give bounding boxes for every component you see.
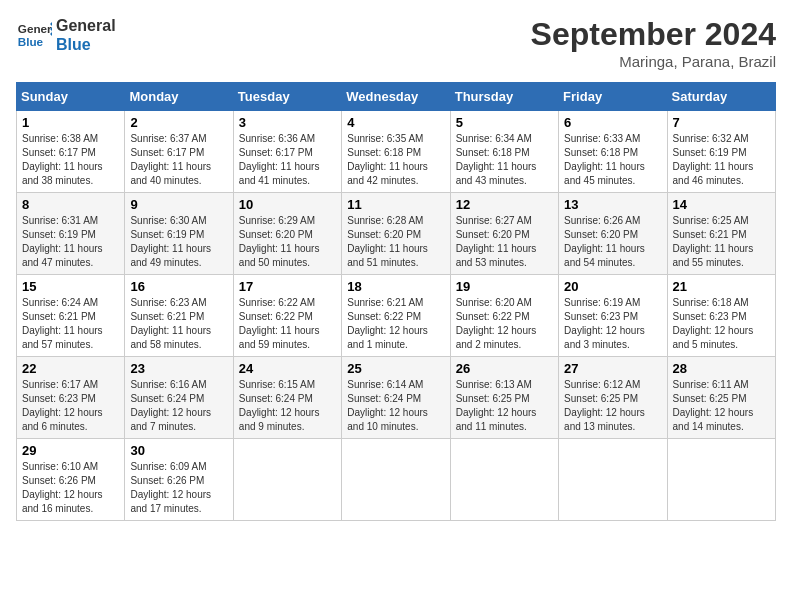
calendar-week-row: 8Sunrise: 6:31 AM Sunset: 6:19 PM Daylig… — [17, 193, 776, 275]
day-number: 18 — [347, 279, 444, 294]
day-info: Sunrise: 6:13 AM Sunset: 6:25 PM Dayligh… — [456, 378, 553, 434]
weekday-header: Monday — [125, 83, 233, 111]
svg-text:General: General — [18, 22, 52, 35]
logo: General Blue General Blue — [16, 16, 116, 54]
day-number: 27 — [564, 361, 661, 376]
day-info: Sunrise: 6:38 AM Sunset: 6:17 PM Dayligh… — [22, 132, 119, 188]
calendar-day-cell: 30Sunrise: 6:09 AM Sunset: 6:26 PM Dayli… — [125, 439, 233, 521]
day-number: 25 — [347, 361, 444, 376]
calendar-day-cell: 22Sunrise: 6:17 AM Sunset: 6:23 PM Dayli… — [17, 357, 125, 439]
calendar-header-row: SundayMondayTuesdayWednesdayThursdayFrid… — [17, 83, 776, 111]
day-info: Sunrise: 6:22 AM Sunset: 6:22 PM Dayligh… — [239, 296, 336, 352]
calendar-day-cell: 15Sunrise: 6:24 AM Sunset: 6:21 PM Dayli… — [17, 275, 125, 357]
calendar-day-cell: 20Sunrise: 6:19 AM Sunset: 6:23 PM Dayli… — [559, 275, 667, 357]
day-number: 6 — [564, 115, 661, 130]
day-info: Sunrise: 6:09 AM Sunset: 6:26 PM Dayligh… — [130, 460, 227, 516]
day-info: Sunrise: 6:30 AM Sunset: 6:19 PM Dayligh… — [130, 214, 227, 270]
month-title: September 2024 — [531, 16, 776, 53]
calendar-day-cell — [450, 439, 558, 521]
day-number: 26 — [456, 361, 553, 376]
title-block: September 2024 Maringa, Parana, Brazil — [531, 16, 776, 70]
weekday-header: Saturday — [667, 83, 775, 111]
day-number: 23 — [130, 361, 227, 376]
calendar-day-cell: 17Sunrise: 6:22 AM Sunset: 6:22 PM Dayli… — [233, 275, 341, 357]
day-number: 14 — [673, 197, 770, 212]
day-number: 20 — [564, 279, 661, 294]
day-number: 10 — [239, 197, 336, 212]
calendar-day-cell: 4Sunrise: 6:35 AM Sunset: 6:18 PM Daylig… — [342, 111, 450, 193]
calendar-day-cell: 28Sunrise: 6:11 AM Sunset: 6:25 PM Dayli… — [667, 357, 775, 439]
day-info: Sunrise: 6:17 AM Sunset: 6:23 PM Dayligh… — [22, 378, 119, 434]
calendar-day-cell: 6Sunrise: 6:33 AM Sunset: 6:18 PM Daylig… — [559, 111, 667, 193]
day-number: 1 — [22, 115, 119, 130]
day-info: Sunrise: 6:12 AM Sunset: 6:25 PM Dayligh… — [564, 378, 661, 434]
day-number: 28 — [673, 361, 770, 376]
day-info: Sunrise: 6:21 AM Sunset: 6:22 PM Dayligh… — [347, 296, 444, 352]
day-info: Sunrise: 6:37 AM Sunset: 6:17 PM Dayligh… — [130, 132, 227, 188]
day-number: 21 — [673, 279, 770, 294]
calendar-day-cell: 5Sunrise: 6:34 AM Sunset: 6:18 PM Daylig… — [450, 111, 558, 193]
day-info: Sunrise: 6:20 AM Sunset: 6:22 PM Dayligh… — [456, 296, 553, 352]
calendar-day-cell: 9Sunrise: 6:30 AM Sunset: 6:19 PM Daylig… — [125, 193, 233, 275]
day-info: Sunrise: 6:34 AM Sunset: 6:18 PM Dayligh… — [456, 132, 553, 188]
calendar-day-cell: 23Sunrise: 6:16 AM Sunset: 6:24 PM Dayli… — [125, 357, 233, 439]
day-number: 4 — [347, 115, 444, 130]
day-number: 3 — [239, 115, 336, 130]
calendar-week-row: 1Sunrise: 6:38 AM Sunset: 6:17 PM Daylig… — [17, 111, 776, 193]
calendar-day-cell: 24Sunrise: 6:15 AM Sunset: 6:24 PM Dayli… — [233, 357, 341, 439]
calendar-day-cell: 12Sunrise: 6:27 AM Sunset: 6:20 PM Dayli… — [450, 193, 558, 275]
calendar-day-cell: 1Sunrise: 6:38 AM Sunset: 6:17 PM Daylig… — [17, 111, 125, 193]
calendar-day-cell: 16Sunrise: 6:23 AM Sunset: 6:21 PM Dayli… — [125, 275, 233, 357]
calendar-day-cell: 8Sunrise: 6:31 AM Sunset: 6:19 PM Daylig… — [17, 193, 125, 275]
day-info: Sunrise: 6:16 AM Sunset: 6:24 PM Dayligh… — [130, 378, 227, 434]
page-header: General Blue General Blue September 2024… — [16, 16, 776, 70]
calendar-day-cell: 21Sunrise: 6:18 AM Sunset: 6:23 PM Dayli… — [667, 275, 775, 357]
day-info: Sunrise: 6:27 AM Sunset: 6:20 PM Dayligh… — [456, 214, 553, 270]
day-number: 12 — [456, 197, 553, 212]
day-info: Sunrise: 6:10 AM Sunset: 6:26 PM Dayligh… — [22, 460, 119, 516]
calendar-day-cell: 2Sunrise: 6:37 AM Sunset: 6:17 PM Daylig… — [125, 111, 233, 193]
weekday-header: Friday — [559, 83, 667, 111]
day-number: 7 — [673, 115, 770, 130]
day-number: 22 — [22, 361, 119, 376]
svg-text:Blue: Blue — [18, 35, 44, 48]
weekday-header: Sunday — [17, 83, 125, 111]
calendar-day-cell — [342, 439, 450, 521]
day-number: 24 — [239, 361, 336, 376]
day-info: Sunrise: 6:23 AM Sunset: 6:21 PM Dayligh… — [130, 296, 227, 352]
day-number: 5 — [456, 115, 553, 130]
location-title: Maringa, Parana, Brazil — [531, 53, 776, 70]
day-info: Sunrise: 6:28 AM Sunset: 6:20 PM Dayligh… — [347, 214, 444, 270]
calendar-day-cell: 14Sunrise: 6:25 AM Sunset: 6:21 PM Dayli… — [667, 193, 775, 275]
calendar-day-cell: 29Sunrise: 6:10 AM Sunset: 6:26 PM Dayli… — [17, 439, 125, 521]
day-number: 8 — [22, 197, 119, 212]
calendar-day-cell: 10Sunrise: 6:29 AM Sunset: 6:20 PM Dayli… — [233, 193, 341, 275]
day-number: 13 — [564, 197, 661, 212]
day-info: Sunrise: 6:18 AM Sunset: 6:23 PM Dayligh… — [673, 296, 770, 352]
calendar-week-row: 15Sunrise: 6:24 AM Sunset: 6:21 PM Dayli… — [17, 275, 776, 357]
day-info: Sunrise: 6:14 AM Sunset: 6:24 PM Dayligh… — [347, 378, 444, 434]
day-info: Sunrise: 6:11 AM Sunset: 6:25 PM Dayligh… — [673, 378, 770, 434]
calendar-day-cell — [667, 439, 775, 521]
calendar-day-cell: 3Sunrise: 6:36 AM Sunset: 6:17 PM Daylig… — [233, 111, 341, 193]
logo-icon: General Blue — [16, 17, 52, 53]
day-number: 19 — [456, 279, 553, 294]
day-number: 2 — [130, 115, 227, 130]
calendar-week-row: 29Sunrise: 6:10 AM Sunset: 6:26 PM Dayli… — [17, 439, 776, 521]
day-number: 11 — [347, 197, 444, 212]
day-info: Sunrise: 6:32 AM Sunset: 6:19 PM Dayligh… — [673, 132, 770, 188]
calendar-week-row: 22Sunrise: 6:17 AM Sunset: 6:23 PM Dayli… — [17, 357, 776, 439]
day-info: Sunrise: 6:29 AM Sunset: 6:20 PM Dayligh… — [239, 214, 336, 270]
day-info: Sunrise: 6:33 AM Sunset: 6:18 PM Dayligh… — [564, 132, 661, 188]
weekday-header: Thursday — [450, 83, 558, 111]
day-info: Sunrise: 6:26 AM Sunset: 6:20 PM Dayligh… — [564, 214, 661, 270]
calendar-day-cell: 7Sunrise: 6:32 AM Sunset: 6:19 PM Daylig… — [667, 111, 775, 193]
calendar-day-cell — [233, 439, 341, 521]
day-number: 16 — [130, 279, 227, 294]
day-number: 9 — [130, 197, 227, 212]
weekday-header: Wednesday — [342, 83, 450, 111]
day-info: Sunrise: 6:25 AM Sunset: 6:21 PM Dayligh… — [673, 214, 770, 270]
weekday-header: Tuesday — [233, 83, 341, 111]
calendar-day-cell: 18Sunrise: 6:21 AM Sunset: 6:22 PM Dayli… — [342, 275, 450, 357]
day-number: 29 — [22, 443, 119, 458]
